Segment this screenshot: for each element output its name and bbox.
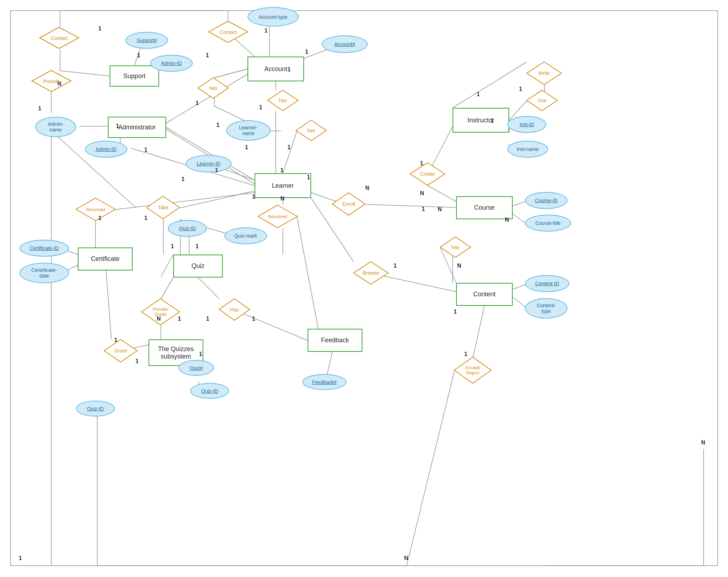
card-26: 1	[519, 86, 522, 92]
card-5: 1	[264, 28, 268, 34]
svg-line-28	[115, 193, 255, 210]
rel-create: Create	[409, 162, 445, 186]
rel-received2: Received	[257, 204, 298, 228]
erd-diagram: Support Administrator Account Learner In…	[0, 0, 728, 577]
card-21: 1	[422, 206, 425, 212]
rel-accept-reject: Accept/Reject	[454, 356, 492, 384]
card-24: 1	[171, 243, 174, 250]
svg-line-52	[513, 284, 527, 289]
entity-learner: Learner	[255, 173, 311, 198]
rel-has-course: has	[439, 236, 471, 258]
card-n5: N	[438, 206, 442, 212]
card-31: 1	[206, 316, 209, 322]
card-36: 1	[454, 309, 457, 315]
attr-cert-id: Certificate-ID	[19, 240, 69, 257]
svg-line-46	[453, 62, 527, 108]
svg-line-39	[366, 204, 456, 208]
rel-has-quiz: Has	[219, 298, 250, 321]
attr-inst-id: Inst-ID	[507, 116, 546, 133]
attr-quiz-id1: Quiz-ID	[168, 220, 207, 237]
rel-has1: has	[197, 77, 229, 99]
svg-line-19	[283, 131, 297, 173]
card-n6: N	[505, 217, 509, 223]
entity-content: Content	[456, 283, 513, 306]
svg-line-16	[214, 69, 247, 78]
card-33: 1	[114, 337, 117, 343]
rel-write: Write	[526, 61, 562, 85]
card-16: 1	[215, 167, 218, 174]
rel-enroll: Enroll	[332, 192, 366, 216]
card-n10: N	[404, 555, 408, 561]
card-19: 1	[307, 174, 310, 181]
card-n9: N	[701, 439, 705, 446]
card-35: 1	[199, 351, 202, 357]
attr-learner-id: Learner-ID	[186, 155, 232, 173]
attr-quiz-id2: Quiz-ID	[190, 383, 229, 399]
card-n3: N	[365, 185, 369, 191]
rel-contact-left: Contact	[39, 27, 80, 49]
rel-has3: has	[295, 120, 327, 141]
card-10: 1	[287, 66, 291, 73]
attr-quiz-hash: Quiz#	[179, 360, 214, 376]
entity-account: Account	[247, 57, 304, 81]
svg-line-71	[407, 371, 454, 566]
svg-line-49	[513, 214, 527, 224]
rel-take: Take	[146, 196, 180, 220]
card-34: 1	[135, 358, 139, 365]
card-6: 1	[305, 49, 308, 55]
card-22: 1	[98, 215, 101, 221]
svg-line-74	[161, 255, 173, 277]
svg-line-58	[161, 278, 173, 299]
card-12: 1	[245, 144, 248, 151]
card-n4: N	[420, 190, 424, 197]
entity-instructor: Instructor	[453, 108, 509, 133]
card-15: 1	[181, 176, 185, 182]
card-7: 1	[196, 100, 199, 106]
attr-inst-name: Inst-name	[507, 141, 548, 158]
card-2: 1	[38, 105, 41, 112]
svg-line-70	[473, 306, 484, 357]
rel-provide: Provide	[31, 70, 72, 93]
attr-content-type: Content-type	[525, 298, 567, 319]
rel-use: Use	[526, 89, 558, 111]
card-38: 1	[19, 555, 22, 561]
attr-feedback-hash: Feedback#	[302, 374, 346, 390]
svg-rect-0	[11, 11, 718, 566]
card-29: 1	[394, 263, 397, 269]
attr-admin-id2: Admin-ID	[85, 141, 127, 158]
card-20: 1	[420, 160, 423, 167]
svg-line-41	[428, 186, 456, 202]
svg-line-14	[214, 106, 247, 122]
attr-quiz-id3: Quiz-ID	[76, 401, 115, 416]
card-4: 1	[206, 52, 209, 59]
attr-content-id: Content-ID	[525, 275, 569, 292]
card-23: 1	[144, 215, 147, 221]
connection-lines	[0, 0, 728, 577]
svg-line-15	[214, 69, 247, 78]
card-30: 1	[178, 316, 181, 322]
attr-learner-name: Learner-name	[226, 120, 270, 141]
svg-line-30	[180, 191, 255, 208]
rel-contact-center: Contact	[208, 21, 249, 43]
svg-line-60	[198, 278, 219, 299]
card-n2: N	[280, 196, 285, 202]
rel-grant: Grant	[104, 339, 138, 363]
attr-cert-date: Certeficate-date	[19, 263, 69, 283]
entity-quiz: Quiz	[173, 255, 223, 278]
attr-admin-id1: Admin-ID	[150, 55, 193, 72]
svg-line-48	[513, 201, 527, 206]
attr-account-type: Account-type	[247, 7, 299, 27]
attr-account-hash: Account#	[322, 35, 368, 53]
card-25: 1	[196, 243, 199, 250]
attr-support-hash: Support#	[126, 32, 168, 49]
svg-line-53	[513, 297, 527, 308]
entity-feedback: Feedback	[308, 329, 362, 352]
entity-certificate: Certificate	[78, 247, 133, 270]
card-28: 1	[477, 91, 480, 98]
card-1: 1	[98, 25, 101, 32]
attr-course-id: Course-ID	[525, 192, 567, 209]
card-37: 1	[464, 351, 467, 357]
rel-received1: Received	[75, 197, 116, 221]
card-32: 1	[252, 316, 255, 322]
attr-admin-name: Admin-name	[35, 117, 76, 137]
